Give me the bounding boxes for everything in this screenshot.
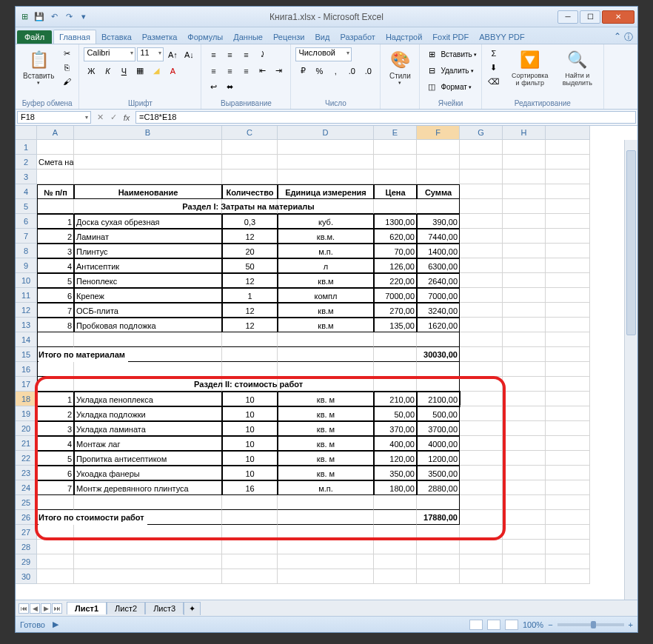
cell[interactable]: Сумма [417, 184, 460, 199]
column-header[interactable]: A [37, 126, 74, 140]
cell[interactable] [222, 332, 278, 347]
cell[interactable] [74, 554, 222, 569]
cell[interactable]: Количество [222, 184, 278, 199]
cell[interactable] [74, 347, 222, 362]
cell[interactable]: № п/п [37, 184, 74, 199]
cell[interactable] [417, 362, 460, 377]
cell[interactable] [222, 525, 278, 540]
cell[interactable] [460, 540, 503, 554]
row-header[interactable]: 9 [16, 258, 37, 273]
bold-button[interactable]: Ж [84, 64, 98, 78]
cell[interactable] [222, 155, 278, 170]
cell[interactable] [278, 525, 374, 540]
cell[interactable]: Пеноплекс [74, 273, 222, 288]
view-layout-button[interactable] [487, 620, 500, 630]
cell[interactable] [460, 362, 503, 377]
cell[interactable] [74, 510, 222, 525]
cell[interactable]: Укладка пеноплекса [74, 392, 222, 406]
zoom-level[interactable]: 100% [523, 620, 543, 629]
row-header[interactable]: 10 [16, 273, 37, 288]
name-box[interactable]: F18 [17, 111, 91, 124]
cell[interactable] [37, 540, 74, 554]
cell[interactable] [417, 495, 460, 510]
cell[interactable] [278, 155, 374, 170]
cell[interactable]: 2 [37, 229, 74, 244]
cell[interactable] [37, 170, 74, 184]
cell[interactable]: 7 [37, 303, 74, 318]
tab-insert[interactable]: Вставка [96, 30, 137, 44]
row-header[interactable]: 14 [16, 332, 37, 347]
cell[interactable] [503, 569, 546, 584]
align-middle-icon[interactable]: ≡ [222, 48, 237, 61]
cell[interactable]: кв. м [278, 451, 374, 466]
cell[interactable] [460, 466, 503, 480]
cell[interactable]: кв.м [278, 318, 374, 332]
cell[interactable] [460, 199, 503, 214]
cell[interactable]: 620,00 [374, 229, 417, 244]
cell[interactable] [503, 140, 546, 155]
cell[interactable]: кв. м [278, 392, 374, 406]
macro-icon[interactable]: ▶ [53, 620, 58, 629]
worksheet-area[interactable]: ABCDEFGH12Смета на работы34№ п/пНаименов… [16, 126, 637, 600]
cell[interactable] [278, 377, 374, 392]
cell[interactable] [278, 332, 374, 347]
copy-icon[interactable]: ⎘ [59, 61, 74, 74]
cell[interactable] [37, 362, 74, 377]
cell[interactable]: 500,00 [417, 406, 460, 421]
cell[interactable] [278, 347, 374, 362]
cell[interactable] [278, 554, 374, 569]
cell[interactable]: 400,00 [374, 436, 417, 451]
row-header[interactable]: 2 [16, 155, 37, 170]
zoom-out-button[interactable]: − [548, 620, 552, 629]
column-header[interactable]: E [374, 126, 417, 140]
find-select-button[interactable]: 🔍 Найти и выделить [556, 47, 599, 88]
cell[interactable] [374, 155, 417, 170]
format-cells-icon[interactable]: ◫ [424, 81, 439, 94]
sheet-tab-new[interactable]: ✦ [184, 602, 201, 615]
cell[interactable] [74, 332, 222, 347]
cell[interactable]: м.п. [278, 480, 374, 495]
sort-filter-button[interactable]: 🔽 Сортировка и фильтр [506, 47, 554, 88]
cell[interactable] [503, 273, 546, 288]
cell[interactable]: кв.м [278, 273, 374, 288]
redo-icon[interactable]: ↷ [63, 11, 75, 23]
italic-button[interactable]: К [100, 64, 115, 78]
align-left-icon[interactable]: ≡ [206, 64, 221, 78]
cell[interactable] [460, 229, 503, 244]
cell[interactable] [417, 170, 460, 184]
row-header[interactable]: 6 [16, 214, 37, 229]
cell[interactable]: Итого по стоимости работ [37, 510, 74, 525]
cell[interactable]: 120,00 [374, 451, 417, 466]
cell[interactable] [460, 495, 503, 510]
cell[interactable]: Монтаж лаг [74, 436, 222, 451]
cell[interactable]: Единица измерения [278, 184, 374, 199]
row-header[interactable]: 30 [16, 569, 37, 584]
cell[interactable] [222, 347, 278, 362]
clear-icon[interactable]: ⌫ [486, 75, 501, 88]
close-button[interactable]: ✕ [602, 10, 634, 24]
cell[interactable]: 2880,00 [417, 480, 460, 495]
cell[interactable] [374, 495, 417, 510]
cell[interactable]: 20 [222, 244, 278, 258]
cell[interactable]: 4000,00 [417, 436, 460, 451]
row-header[interactable]: 13 [16, 318, 37, 332]
cell[interactable] [374, 554, 417, 569]
cell[interactable] [222, 140, 278, 155]
cell[interactable] [460, 244, 503, 258]
sheet-tab-3[interactable]: Лист3 [145, 602, 184, 614]
cell[interactable] [503, 332, 546, 347]
sheet-tab-2[interactable]: Лист2 [107, 602, 145, 614]
row-header[interactable]: 28 [16, 540, 37, 554]
percent-icon[interactable]: % [312, 64, 326, 78]
cell[interactable] [278, 569, 374, 584]
indent-dec-icon[interactable]: ⇤ [255, 64, 269, 78]
cell[interactable] [74, 170, 222, 184]
cell[interactable]: 10 [222, 406, 278, 421]
cell[interactable] [417, 155, 460, 170]
sheet-nav-last[interactable]: ⏭ [52, 603, 62, 614]
paste-button[interactable]: 📋 Вставить ▾ [20, 47, 57, 87]
cell[interactable]: 1400,00 [417, 244, 460, 258]
column-header[interactable]: H [503, 126, 546, 140]
cell[interactable]: 7000,00 [374, 288, 417, 303]
cell[interactable]: 350,00 [374, 466, 417, 480]
